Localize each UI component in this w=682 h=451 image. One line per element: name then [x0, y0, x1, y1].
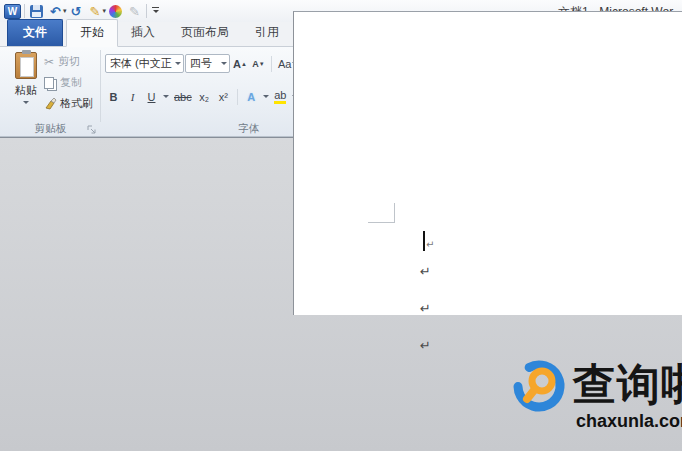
- shrink-font-button[interactable]: A▼: [250, 54, 267, 73]
- clipboard-group-label: 剪贴板: [0, 122, 101, 136]
- redo-icon[interactable]: ↺: [68, 3, 85, 20]
- paste-dropdown-icon[interactable]: [23, 101, 29, 107]
- word-logo-icon[interactable]: W: [4, 3, 21, 20]
- paste-icon: [15, 52, 37, 79]
- undo-icon[interactable]: ↶: [47, 3, 64, 20]
- document-page[interactable]: [293, 11, 682, 315]
- underline-dropdown-icon[interactable]: [163, 95, 169, 101]
- watermark-domain: chaxunla.com: [576, 411, 682, 432]
- divider: [146, 4, 147, 18]
- font-name-combo[interactable]: 宋体 (中文正: [105, 54, 184, 73]
- italic-button[interactable]: I: [124, 87, 141, 106]
- save-icon[interactable]: [28, 3, 45, 20]
- text-effects-button[interactable]: A: [243, 87, 260, 106]
- copy-icon: [44, 77, 54, 89]
- font-size-value: 四号: [190, 56, 212, 71]
- magnifier-logo-icon: [512, 356, 568, 414]
- tab-home[interactable]: 开始: [66, 19, 118, 47]
- paragraph-mark: ↵: [420, 301, 431, 316]
- grow-font-button[interactable]: A▲: [231, 54, 249, 73]
- format-painter-icon: [44, 97, 58, 110]
- highlight-button[interactable]: ab: [272, 87, 289, 106]
- draw-pens-icon[interactable]: ✎: [87, 3, 104, 20]
- underline-button[interactable]: U: [143, 87, 160, 106]
- watermark-title: 查询啦: [573, 356, 682, 414]
- tab-page-layout[interactable]: 页面布局: [168, 20, 242, 46]
- text-cursor: [423, 231, 425, 251]
- copy-button[interactable]: 复制: [42, 72, 93, 93]
- tab-references[interactable]: 引用: [242, 20, 292, 46]
- customize-qat-icon[interactable]: [149, 3, 162, 19]
- cut-icon: ✂: [44, 56, 54, 68]
- cut-label: 剪切: [58, 54, 80, 69]
- copy-label: 复制: [60, 75, 82, 90]
- paragraph-mark: ↵: [420, 338, 431, 353]
- color-ball-icon[interactable]: [107, 3, 124, 20]
- margin-crop-mark: [368, 203, 395, 223]
- cut-button[interactable]: ✂ 剪切: [42, 51, 93, 72]
- format-painter-button[interactable]: 格式刷: [42, 93, 93, 114]
- word-window: W ↶ ▾ ↺ ✎ ▾ ✎ 文档1 - Microsoft Wor 文件 开始 …: [0, 0, 682, 451]
- pens-dropdown-icon[interactable]: ▾: [103, 7, 107, 15]
- divider: [24, 4, 25, 18]
- font-size-combo[interactable]: 四号: [185, 54, 230, 73]
- tab-insert[interactable]: 插入: [118, 20, 168, 46]
- paste-button[interactable]: 粘贴: [8, 52, 44, 120]
- bold-button[interactable]: B: [105, 87, 122, 106]
- strikethrough-button[interactable]: abc: [172, 87, 194, 106]
- format-painter-label: 格式刷: [60, 96, 93, 111]
- paragraph-mark: ↵: [420, 264, 431, 279]
- undo-dropdown-icon[interactable]: ▾: [63, 7, 67, 15]
- subscript-button[interactable]: x₂: [196, 87, 213, 106]
- clipboard-dialog-launcher-icon[interactable]: [87, 125, 97, 135]
- paste-label: 粘贴: [15, 83, 37, 98]
- ink-pen-icon: ✎: [126, 3, 143, 20]
- tab-file[interactable]: 文件: [7, 19, 63, 46]
- watermark-logo: 查询啦 chaxunla.com: [512, 356, 682, 441]
- group-clipboard: 粘贴 ✂ 剪切 复制 格式刷: [0, 47, 101, 137]
- superscript-button[interactable]: x²: [215, 87, 232, 106]
- font-name-value: 宋体 (中文正: [110, 56, 172, 71]
- paragraph-mark: ↵: [426, 239, 434, 250]
- text-effects-dropdown-icon[interactable]: [263, 95, 269, 101]
